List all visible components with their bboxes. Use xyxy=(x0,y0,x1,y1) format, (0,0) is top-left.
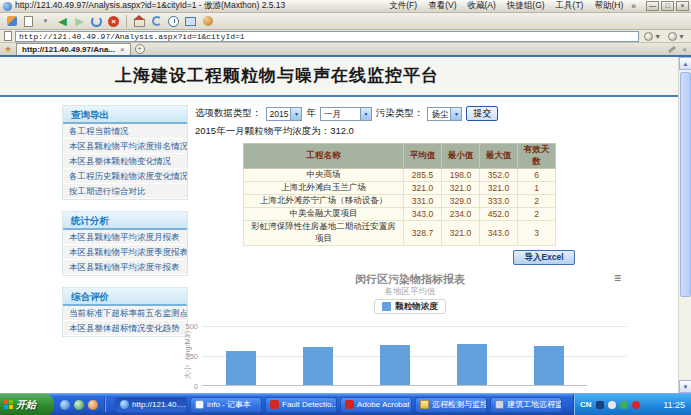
sidebar-item[interactable]: 各工程历史颗粒物浓度变化情况 xyxy=(63,169,187,184)
sidebar-item[interactable]: 本区县颗粒物平均浓度月报表 xyxy=(63,230,187,245)
table-row[interactable]: 中美金融大厦项目343.0234.0452.02 xyxy=(244,208,556,221)
stop-icon[interactable]: × xyxy=(107,15,120,28)
taskbar-button[interactable]: 远程检测与监控 xyxy=(415,397,487,413)
taskbar-button[interactable]: Fault Detectio... xyxy=(265,397,337,413)
share-icon[interactable] xyxy=(5,15,18,28)
sidebar-item[interactable]: 本区县整体颗粒物变化情况 xyxy=(63,154,187,169)
sidebar: 查询导出各工程当前情况本区县颗粒物平均浓度排名情况本区县整体颗粒物变化情况各工程… xyxy=(62,105,188,348)
scrollbar-thumb[interactable] xyxy=(680,72,691,297)
sidebar-item[interactable]: 本区县颗粒物平均浓度季度报表 xyxy=(63,245,187,260)
tabbar-close-icon[interactable]: × xyxy=(682,45,687,54)
windows-flag-icon xyxy=(4,400,13,409)
chart-bar[interactable] xyxy=(380,345,410,385)
taskbar-button-label: info - 记事本 xyxy=(207,399,251,410)
sidebar-item[interactable]: 各工程当前情况 xyxy=(63,124,187,139)
minimize-button[interactable]: — xyxy=(646,1,659,11)
table-cell: 285.5 xyxy=(404,169,442,182)
menu-item[interactable]: 文件(F) xyxy=(389,0,417,12)
sidebar-item[interactable]: 按工期进行综合对比 xyxy=(63,184,187,199)
go-icon[interactable]: ▼ xyxy=(666,32,687,41)
table-cell: 2 xyxy=(518,208,556,221)
start-button[interactable]: 开始 xyxy=(0,394,54,415)
menu-item[interactable]: 帮助(H) xyxy=(594,0,623,12)
tray-alert-icon[interactable] xyxy=(632,401,640,409)
chart-bar[interactable] xyxy=(226,351,256,385)
pollution-select[interactable]: 扬尘▼ xyxy=(427,107,462,121)
chart-subtitle: 各地区平均值 xyxy=(195,286,625,298)
table-cell: 328.7 xyxy=(404,221,442,246)
snapshot-icon[interactable] xyxy=(184,15,197,28)
active-tab[interactable]: http://121.40.49.97/Ana... × xyxy=(16,43,131,55)
chart-bar[interactable] xyxy=(534,346,564,385)
sidebar-item[interactable]: 本区县颗粒物平均浓度年报表 xyxy=(63,260,187,275)
quick-launch-app-icon[interactable] xyxy=(88,400,98,410)
table-row[interactable]: 彩虹湾保障性住房基地二期动迁安置房项目328.7321.0343.03 xyxy=(244,221,556,246)
vertical-scrollbar[interactable]: ▲ ▼ xyxy=(678,57,691,393)
tray-keyboard-icon[interactable] xyxy=(596,401,604,409)
undo-icon[interactable] xyxy=(150,15,163,28)
plugin-icon[interactable] xyxy=(201,15,214,28)
legend-swatch xyxy=(382,302,391,311)
language-indicator[interactable]: CN xyxy=(580,400,592,409)
tray-antivirus-icon[interactable] xyxy=(620,401,628,409)
pin-icon[interactable] xyxy=(668,45,676,52)
quick-launch-browser-icon[interactable] xyxy=(60,400,70,410)
taskbar-button[interactable]: Adobe Acrobat ... xyxy=(340,397,412,413)
sidebar-item[interactable]: 本区县颗粒物平均浓度排名情况 xyxy=(63,139,187,154)
sidebar-item[interactable]: 本区县整体超标情况变化趋势 xyxy=(63,321,187,336)
acrobat-icon xyxy=(345,400,354,409)
table-row[interactable]: 中央商场285.5198.0352.06 xyxy=(244,169,556,182)
table-cell: 6 xyxy=(518,169,556,182)
taskbar-button[interactable]: info - 记事本 xyxy=(190,397,262,413)
history-icon[interactable] xyxy=(167,15,180,28)
forward-icon[interactable]: ▶ xyxy=(73,15,86,28)
main-content: 选项数据类型： 2015▼ 年 一月▼ 污染类型： 扬尘▼ 提交 2015年一月… xyxy=(195,105,635,386)
back-icon[interactable]: ◀ xyxy=(56,15,69,28)
home-icon[interactable] xyxy=(133,15,146,28)
chart-menu-icon[interactable]: ≡ xyxy=(614,272,621,284)
table-header-cell: 有效天数 xyxy=(518,144,556,169)
chart-legend[interactable]: 颗粒物浓度 xyxy=(374,299,446,314)
table-cell: 上海北外滩苏宁广场（移动设备） xyxy=(244,195,404,208)
taskbar-button[interactable]: http://121.40.... xyxy=(115,397,187,413)
scroll-up-icon[interactable]: ▲ xyxy=(679,57,691,70)
quick-launch-desktop-icon[interactable] xyxy=(74,400,84,410)
table-header-cell: 平均值 xyxy=(404,144,442,169)
menu-item[interactable]: 收藏(A) xyxy=(467,0,495,12)
menu-overflow-icon[interactable]: » xyxy=(631,1,636,11)
table-cell: 321.0 xyxy=(480,182,518,195)
taskbar-button[interactable]: 建筑工地远程监... xyxy=(490,397,562,413)
folder-icon xyxy=(420,400,429,409)
address-input[interactable]: http://121.40.49.97/Analysis.aspx?id=1&c… xyxy=(15,31,639,42)
chart-bar[interactable] xyxy=(303,347,333,386)
header-divider xyxy=(0,95,678,97)
menu-item[interactable]: 工具(T) xyxy=(556,0,584,12)
chart-title: 闵行区污染物指标报表 xyxy=(195,272,625,286)
tab-title: http://121.40.49.97/Ana... xyxy=(22,45,115,54)
new-page-dropdown-icon[interactable]: ▼ xyxy=(39,15,52,28)
window-title: http://121.40.49.97/Analysis.aspx?id=1&c… xyxy=(15,0,285,12)
table-row[interactable]: 上海北外滩苏宁广场（移动设备）331.0329.0333.02 xyxy=(244,195,556,208)
menu-item[interactable]: 查看(V) xyxy=(428,0,456,12)
sidebar-item[interactable]: 当前标准下超标率前五名监测点 xyxy=(63,306,187,321)
projects-table: 工程名称平均值最小值最大值有效天数 中央商场285.5198.0352.06上海… xyxy=(243,143,556,246)
site-title: 上海建设工程颗粒物与噪声在线监控平台 xyxy=(0,57,678,95)
search-engine-icon[interactable]: ▼ xyxy=(642,32,663,41)
new-tab-button[interactable]: + xyxy=(135,44,145,54)
submit-button[interactable]: 提交 xyxy=(466,106,498,121)
y-axis-tick: 500 xyxy=(178,322,198,331)
export-excel-button[interactable]: 导入Excel xyxy=(513,250,575,265)
refresh-icon[interactable] xyxy=(90,15,103,28)
close-button[interactable]: × xyxy=(676,1,689,11)
maximize-button[interactable]: □ xyxy=(661,1,674,11)
tab-close-icon[interactable]: × xyxy=(120,45,125,54)
chart-bar[interactable] xyxy=(457,344,487,385)
year-select[interactable]: 2015▼ xyxy=(266,107,303,121)
table-row[interactable]: 上海北外滩白玉兰广场321.0321.0321.01 xyxy=(244,182,556,195)
tray-volume-icon[interactable] xyxy=(608,401,616,409)
new-page-icon[interactable] xyxy=(22,15,35,28)
month-select[interactable]: 一月▼ xyxy=(320,107,372,121)
scroll-down-icon[interactable]: ▼ xyxy=(679,380,691,393)
favorites-icon[interactable]: ★ xyxy=(4,44,12,54)
menu-item[interactable]: 快捷组(G) xyxy=(507,0,545,12)
